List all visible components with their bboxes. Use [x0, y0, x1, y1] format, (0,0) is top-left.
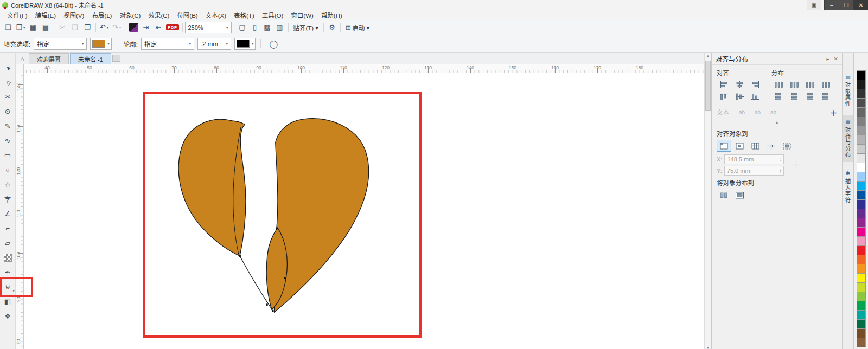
scroll-up-icon[interactable]: ▴	[705, 53, 711, 59]
dist-h-right-button[interactable]	[819, 79, 833, 91]
palette-color[interactable]	[857, 89, 866, 99]
smart-fill-tool[interactable]: ⊎▸	[1, 280, 15, 294]
dist-v-middle-button[interactable]	[787, 91, 802, 102]
palette-color[interactable]	[857, 328, 866, 338]
extent-of-page-button[interactable]	[732, 189, 747, 201]
palette-color[interactable]	[857, 273, 866, 283]
ellipse-tool[interactable]: ○	[1, 163, 15, 177]
align-top-button[interactable]	[717, 91, 731, 102]
fill-type-select[interactable]: 指定▾	[34, 38, 87, 50]
options-button[interactable]: ⚙	[326, 22, 338, 34]
show-guidelines-button[interactable]: ▥	[274, 22, 286, 34]
curve-node[interactable]	[239, 255, 241, 257]
palette-color[interactable]	[857, 292, 866, 301]
palette-color[interactable]	[857, 172, 866, 182]
home-icon[interactable]: ⌂	[17, 54, 28, 64]
pick-tool[interactable]: ▲	[1, 60, 15, 75]
redo-button[interactable]: ↷▾	[111, 22, 123, 34]
palette-color[interactable]	[857, 98, 866, 108]
palette-color[interactable]	[857, 153, 866, 163]
palette-color[interactable]	[857, 236, 866, 246]
text-tool[interactable]: 字	[1, 192, 15, 206]
polygon-tool[interactable]: ☆	[1, 177, 15, 192]
launcher-button[interactable]: ⊞启动▾	[343, 22, 372, 34]
shape-tool[interactable]: △	[1, 75, 15, 89]
drawing-canvas[interactable]	[24, 73, 704, 349]
tab-welcome-screen[interactable]: 欢迎屏幕	[29, 53, 69, 64]
menu-item[interactable]: 位图(B)	[173, 11, 201, 20]
fill-color-picker[interactable]: ▾	[90, 38, 112, 50]
maximize-button[interactable]: ❐	[839, 0, 853, 10]
menu-item[interactable]: 窗口(W)	[287, 11, 317, 20]
paste-button[interactable]: ❐	[81, 22, 93, 34]
text-bounding-box-button[interactable]: ab	[766, 106, 781, 118]
show-grid-button[interactable]: ▩	[261, 22, 273, 34]
dist-h-center-button[interactable]	[787, 79, 802, 91]
crop-tool[interactable]: ✂	[1, 89, 15, 104]
specified-point-button[interactable]	[764, 140, 778, 152]
spinner-icon[interactable]: ▴▾	[780, 169, 781, 173]
text-last-baseline-button[interactable]: ab	[750, 106, 765, 118]
vertical-scrollbar[interactable]: ▴ ▾	[704, 53, 711, 349]
undo-button[interactable]: ↶▾	[98, 22, 110, 34]
menu-item[interactable]: 编辑(E)	[31, 11, 60, 20]
palette-color[interactable]	[857, 107, 866, 117]
grid-button[interactable]	[748, 140, 763, 152]
outline-pen-tool[interactable]: ❖	[1, 309, 15, 324]
palette-color[interactable]	[857, 70, 866, 80]
side-tab-object-properties[interactable]: ▤对象属性	[843, 70, 853, 111]
palette-color[interactable]	[857, 227, 866, 237]
connector-tool[interactable]: ⌐	[1, 221, 15, 236]
curve-node[interactable]	[284, 277, 286, 279]
paper-center-button[interactable]	[732, 140, 747, 152]
horizontal-ruler[interactable]: 405060708090100110120130140150160170180	[24, 64, 704, 73]
add-button[interactable]: ＋	[830, 107, 837, 118]
full-screen-preview-button[interactable]: ▢	[237, 22, 248, 34]
outline-color-picker[interactable]: ▾	[234, 38, 256, 50]
menu-item[interactable]: 帮助(H)	[317, 11, 346, 20]
collapse-arrow-icon[interactable]: ▲	[717, 120, 837, 124]
align-middle-button[interactable]	[732, 91, 747, 102]
palette-color[interactable]	[857, 163, 866, 172]
scroll-down-icon[interactable]: ▾	[705, 345, 711, 349]
side-tab-align-distribute[interactable]: ▦对齐与分布	[843, 115, 853, 162]
palette-color[interactable]	[857, 301, 866, 311]
freehand-tool[interactable]: ✎	[1, 119, 15, 133]
palette-color[interactable]	[857, 117, 866, 126]
palette-color[interactable]	[857, 209, 866, 218]
dimension-tool[interactable]: ∠	[1, 206, 15, 221]
palette-color[interactable]	[857, 282, 866, 292]
export-button[interactable]: ⇤	[152, 22, 164, 34]
tab-scroll-stub[interactable]	[112, 55, 120, 62]
palette-color[interactable]	[857, 199, 866, 209]
palette-color[interactable]	[857, 338, 866, 347]
minimize-button[interactable]: –	[824, 0, 839, 10]
paper-edge-button[interactable]	[717, 140, 731, 152]
dist-h-left-button[interactable]	[771, 79, 786, 91]
palette-color[interactable]	[857, 245, 866, 255]
side-tab-insert-character[interactable]: ✱插入字符	[843, 166, 853, 207]
menu-item[interactable]: 文本(X)	[202, 11, 230, 20]
palette-color[interactable]	[857, 144, 866, 154]
dist-v-spacing-button[interactable]	[803, 91, 818, 102]
curve-node[interactable]	[276, 228, 278, 230]
print-button[interactable]: ▤	[40, 22, 52, 34]
scrollbar-thumb[interactable]	[705, 61, 711, 111]
palette-color[interactable]	[857, 135, 866, 145]
extent-of-selection-button[interactable]	[717, 189, 731, 201]
interactive-fill-tool[interactable]: ◧	[1, 294, 15, 309]
transparency-tool[interactable]	[1, 250, 15, 265]
bounding-box-button[interactable]	[780, 140, 794, 152]
palette-color[interactable]	[857, 126, 866, 135]
xy-extra-icon[interactable]	[788, 159, 804, 172]
new-document-button[interactable]: ❏	[2, 22, 14, 34]
import-button[interactable]: ⇥	[140, 22, 152, 34]
align-bottom-button[interactable]	[748, 91, 763, 102]
publish-pdf-button[interactable]: PDF	[165, 22, 180, 34]
palette-color[interactable]	[857, 264, 866, 274]
drop-shadow-tool[interactable]: ▱	[1, 236, 15, 250]
search-content-button[interactable]	[127, 22, 139, 34]
menu-item[interactable]: 工具(O)	[258, 11, 288, 20]
outline-options-icon[interactable]: ◯	[269, 40, 278, 48]
menu-item[interactable]: 效果(C)	[144, 11, 173, 20]
